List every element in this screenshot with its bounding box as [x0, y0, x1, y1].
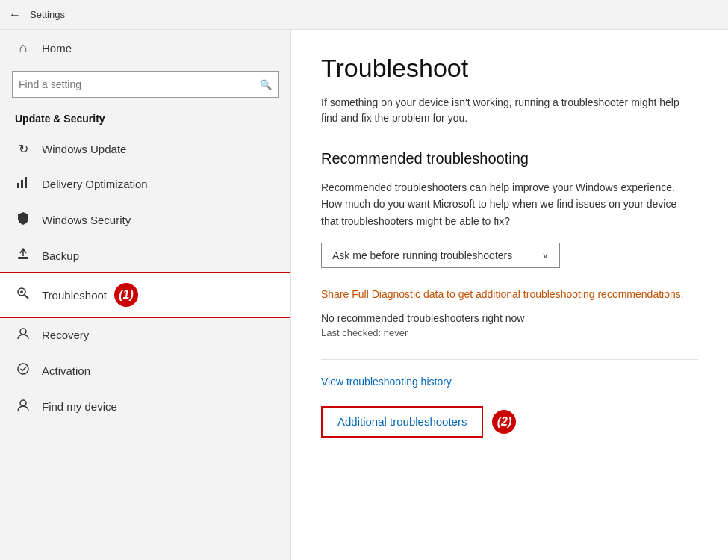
search-icon: 🔍: [260, 79, 272, 90]
svg-point-9: [18, 364, 28, 374]
chevron-down-icon: ∨: [542, 250, 549, 261]
recommended-description: Recommended troubleshooters can help imp…: [321, 179, 694, 229]
svg-point-8: [20, 329, 26, 335]
sidebar-home-label: Home: [42, 42, 72, 55]
sidebar-item-label: Backup: [42, 249, 79, 262]
sidebar-item-windows-security[interactable]: Windows Security: [0, 202, 290, 237]
backup-icon: [15, 247, 31, 264]
sidebar-item-label: Delivery Optimization: [42, 178, 148, 190]
svg-rect-2: [25, 177, 27, 188]
windows-update-icon: ↻: [15, 142, 31, 156]
sidebar-item-label: Find my device: [42, 400, 117, 413]
find-my-device-icon: [15, 398, 31, 414]
page-subtitle: If something on your device isn't workin…: [321, 95, 694, 126]
last-checked-text: Last checked: never: [321, 327, 698, 338]
sidebar-item-delivery-optimization[interactable]: Delivery Optimization: [0, 166, 290, 202]
sidebar-section-title: Update & Security: [0, 107, 290, 132]
content-area: Troubleshoot If something on your device…: [291, 30, 728, 560]
additional-troubleshooters-box[interactable]: Additional troubleshooters: [321, 406, 483, 438]
sidebar-item-recovery[interactable]: Recovery: [0, 317, 290, 352]
title-bar-title: Settings: [30, 9, 65, 20]
troubleshoot-icon: [15, 287, 31, 303]
sidebar-item-label: Troubleshoot: [42, 289, 107, 302]
activation-icon: [15, 362, 31, 379]
troubleshooter-dropdown[interactable]: Ask me before running troubleshooters ∨: [321, 243, 560, 268]
recovery-icon: [15, 326, 31, 343]
svg-rect-3: [18, 257, 28, 259]
sidebar-item-label: Recovery: [42, 329, 89, 341]
svg-rect-1: [21, 180, 23, 188]
main-layout: ⌂ Home 🔍 Update & Security ↻ Windows Upd…: [0, 30, 728, 560]
shield-icon: [15, 211, 31, 228]
recommended-heading: Recommended troubleshooting: [321, 150, 698, 167]
no-troubleshooters-text: No recommended troubleshooters right now: [321, 312, 698, 324]
annotation-badge-2: (2): [492, 410, 516, 434]
annotation-badge-1: (1): [114, 283, 138, 307]
view-history-link[interactable]: View troubleshooting history: [321, 376, 452, 388]
delivery-optimization-icon: [15, 175, 31, 192]
additional-troubleshooters-link[interactable]: Additional troubleshooters: [337, 415, 467, 428]
title-bar: ← Settings: [0, 0, 728, 30]
svg-rect-0: [17, 183, 19, 188]
sidebar-item-troubleshoot[interactable]: Troubleshoot (1): [0, 273, 290, 317]
sidebar-item-label: Windows Security: [42, 214, 131, 226]
svg-point-10: [20, 400, 26, 406]
additional-box-wrapper: Additional troubleshooters (2): [321, 406, 698, 438]
page-title: Troubleshoot: [321, 54, 698, 83]
home-icon: ⌂: [15, 40, 31, 56]
search-input[interactable]: [19, 78, 260, 90]
sidebar-item-label: Windows Update: [42, 143, 126, 155]
sidebar-item-home[interactable]: ⌂ Home: [0, 30, 290, 66]
divider: [321, 359, 698, 360]
sidebar-item-find-my-device[interactable]: Find my device: [0, 388, 290, 424]
sidebar-item-label: Activation: [42, 364, 90, 377]
svg-line-5: [25, 295, 28, 299]
search-box[interactable]: 🔍: [12, 71, 279, 98]
sidebar-item-windows-update[interactable]: ↻ Windows Update: [0, 132, 290, 166]
sidebar-item-activation[interactable]: Activation: [0, 352, 290, 388]
dropdown-value: Ask me before running troubleshooters: [332, 249, 512, 261]
share-diagnostic-link[interactable]: Share Full Diagnostic data to get additi…: [321, 286, 684, 302]
sidebar-item-backup[interactable]: Backup: [0, 237, 290, 273]
back-button[interactable]: ←: [9, 8, 21, 22]
sidebar: ⌂ Home 🔍 Update & Security ↻ Windows Upd…: [0, 30, 291, 560]
search-box-wrapper: 🔍: [0, 66, 290, 107]
